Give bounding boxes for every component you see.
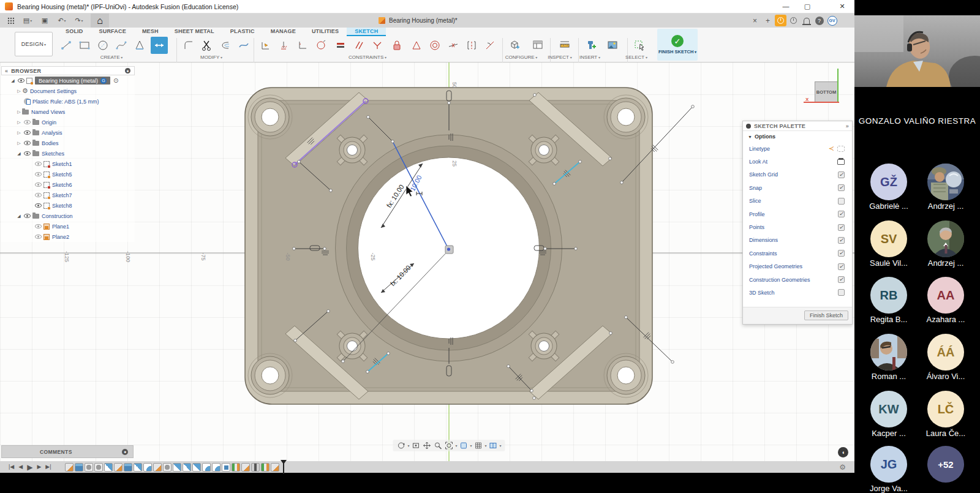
configure-cube-icon[interactable] xyxy=(506,37,523,54)
visibility-eye-icon[interactable] xyxy=(35,224,42,228)
fillet-feature-icon[interactable] xyxy=(212,463,221,472)
visibility-eye-icon[interactable] xyxy=(35,162,42,166)
fillet-tool-icon[interactable] xyxy=(180,37,197,54)
curve-tool-icon[interactable] xyxy=(235,37,252,54)
browser-item-sketch6[interactable]: Sketch6 xyxy=(1,179,135,190)
browser-header[interactable]: «BROWSER● xyxy=(1,66,135,75)
checkbox[interactable]: ✓ xyxy=(838,211,845,217)
corner-tool-icon[interactable] xyxy=(294,37,311,54)
browser-item-plane1[interactable]: Plane1 xyxy=(1,221,135,231)
linetype-box-icon[interactable] xyxy=(837,146,845,152)
grid-settings-icon[interactable] xyxy=(474,441,483,450)
participant-tile[interactable]: JGJorge Va... xyxy=(861,446,916,493)
thread-feature-icon[interactable] xyxy=(251,463,260,472)
collapse-icon[interactable]: « xyxy=(5,68,8,74)
participant-tile[interactable]: LČLaura Če... xyxy=(918,391,973,438)
tab-surface[interactable]: SURFACE xyxy=(91,28,134,36)
fit-icon[interactable] xyxy=(444,441,453,450)
palette-finish-sketch-button[interactable]: Finish Sketch xyxy=(804,310,848,320)
equal-constraint-icon[interactable] xyxy=(408,37,425,54)
browser-item-document-settings[interactable]: ▷⚙Document Settings xyxy=(1,86,135,96)
construction-line-icon[interactable]: ≺ xyxy=(829,145,834,152)
sketch-dimension-tool-icon[interactable] xyxy=(151,37,168,54)
sketch-feature-icon[interactable] xyxy=(153,463,162,472)
browser-item-sketch8[interactable]: Sketch8 xyxy=(1,200,135,211)
go-to-start-icon[interactable]: |◀ xyxy=(9,464,14,470)
participant-tile[interactable]: RBRegita B... xyxy=(861,277,916,324)
chamfer-feature-icon[interactable] xyxy=(192,463,201,472)
look-at-icon[interactable] xyxy=(411,441,420,450)
trim-scissors-icon[interactable] xyxy=(198,37,216,54)
browser-item-bodies[interactable]: ▷Bodies xyxy=(1,138,135,148)
timeline-playhead[interactable] xyxy=(283,461,284,474)
symmetry-constraint-icon[interactable] xyxy=(463,37,480,54)
participant-tile[interactable]: Andrzej ... xyxy=(918,220,973,268)
checkbox[interactable] xyxy=(838,289,845,296)
participant-tile[interactable]: Andrzej ... xyxy=(918,164,973,211)
group-label-modify[interactable]: MODIFY xyxy=(200,55,222,60)
account-avatar[interactable]: GV xyxy=(826,14,839,27)
circle-tool-icon[interactable] xyxy=(94,37,111,54)
hole-feature-icon[interactable] xyxy=(163,463,172,472)
browser-item-sketches[interactable]: ◢Sketches xyxy=(1,148,135,159)
feedback-icon[interactable]: ◖ xyxy=(838,447,848,457)
step-forward-icon[interactable]: ▶ xyxy=(37,464,41,470)
checkbox[interactable]: ✓ xyxy=(838,250,845,257)
group-label-constraints[interactable]: CONSTRAINTS xyxy=(349,55,386,60)
browser-item-construction[interactable]: ◢Construction xyxy=(1,211,135,221)
tab-mesh[interactable]: MESH xyxy=(134,28,167,36)
line-tool-icon[interactable] xyxy=(58,37,75,54)
sketch-palette-header[interactable]: SKETCH PALETTE» xyxy=(743,121,852,131)
browser-item-named-views[interactable]: ▷Named Views xyxy=(1,107,135,117)
redo-icon[interactable]: ↷▾ xyxy=(74,15,85,26)
participant-tile[interactable]: SVSaulė Vil... xyxy=(861,220,916,268)
cone-tool-icon[interactable] xyxy=(131,37,148,54)
browser-root[interactable]: ◢ Bearing Housing (metal)G ⊙ xyxy=(1,75,135,86)
viewports-icon[interactable] xyxy=(489,441,498,450)
midpoint-constraint-icon[interactable] xyxy=(445,37,462,54)
document-tab[interactable]: Bearing Housing (metal)* xyxy=(379,13,458,28)
model-canvas[interactable]: 10.00 fx: 10.00 fx: 10.00 xyxy=(0,62,854,461)
checkbox[interactable]: ✓ xyxy=(838,263,845,270)
participant-tile[interactable]: KWKacper ... xyxy=(861,391,916,438)
tab-manage[interactable]: MANAGE xyxy=(263,28,304,36)
workspace-selector[interactable]: DESIGN▾ xyxy=(15,32,53,56)
comments-options-icon[interactable]: ● xyxy=(122,449,128,455)
visibility-eye-icon[interactable] xyxy=(35,235,42,239)
orbit-icon[interactable] xyxy=(396,441,405,450)
group-label-configure[interactable]: CONFIGURE xyxy=(505,55,538,60)
viewcube[interactable]: BOTTOM xyxy=(815,81,838,102)
visibility-eye-icon[interactable] xyxy=(24,151,31,156)
participant-tile[interactable]: GŽGabrielė ... xyxy=(861,164,916,211)
insert-fastener-icon[interactable] xyxy=(582,37,599,54)
new-tab-icon[interactable]: + xyxy=(761,14,774,27)
finish-sketch-button[interactable]: ✓ FINISH SKETCH xyxy=(657,29,698,61)
participant-tile-overflow[interactable]: +52 xyxy=(918,446,973,484)
look-at-icon[interactable] xyxy=(837,159,845,165)
measure-tool-icon[interactable] xyxy=(556,37,573,54)
perpendicular-constraint-icon[interactable] xyxy=(369,37,386,54)
participant-tile[interactable]: ÁÁÁlvaro Vi... xyxy=(918,334,973,381)
home-icon[interactable]: ⌂ xyxy=(91,13,109,28)
sketch-scale-icon[interactable] xyxy=(257,37,274,54)
minimize-button[interactable]: — xyxy=(777,0,795,13)
visibility-eye-icon[interactable] xyxy=(35,172,42,176)
tab-sheet-metal[interactable]: SHEET METAL xyxy=(167,28,222,36)
fillet-feature-icon[interactable] xyxy=(143,463,152,472)
appearance-feature-icon[interactable] xyxy=(261,463,270,472)
visibility-eye-icon[interactable] xyxy=(24,120,31,124)
visibility-eye-icon[interactable] xyxy=(24,141,31,145)
parallel-constraint-icon[interactable] xyxy=(350,37,368,54)
caret-icon[interactable]: ◢ xyxy=(10,78,16,83)
sketch-feature-icon[interactable] xyxy=(65,463,74,472)
chamfer-feature-icon[interactable] xyxy=(104,463,113,472)
visibility-eye-icon[interactable] xyxy=(35,183,42,187)
extrude-feature-icon[interactable] xyxy=(75,463,83,472)
participant-tile[interactable]: AAAzahara ... xyxy=(918,277,973,324)
extrude-feature-icon[interactable] xyxy=(124,463,132,472)
collapse-right-icon[interactable]: » xyxy=(846,123,849,129)
sketch-feature-icon[interactable] xyxy=(114,463,123,472)
undo-icon[interactable]: ↶▾ xyxy=(56,15,67,26)
rectangle-tool-icon[interactable] xyxy=(76,37,93,54)
visibility-eye-icon[interactable] xyxy=(35,193,42,197)
